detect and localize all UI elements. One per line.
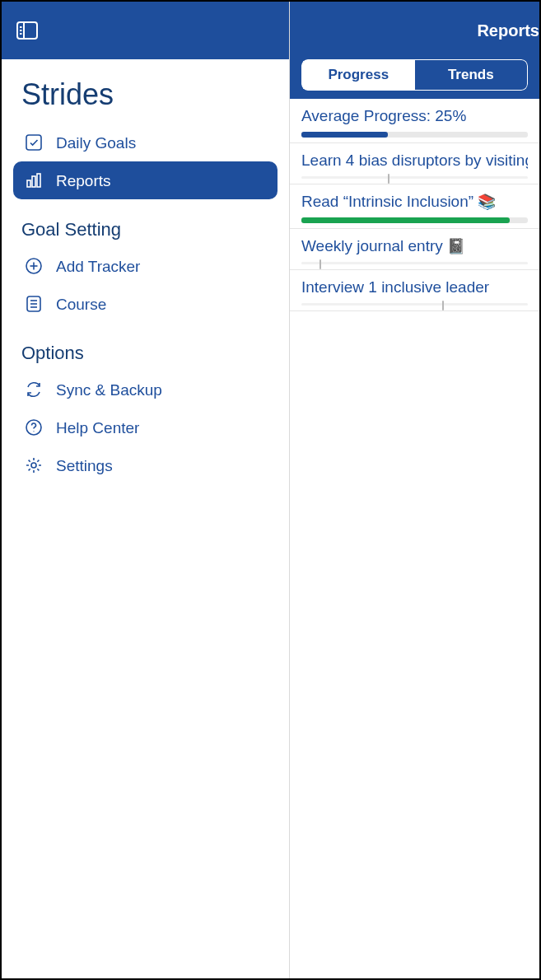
tab-bar: Progress Trends: [290, 59, 539, 99]
summary-row[interactable]: Average Progress: 25%: [290, 99, 539, 143]
bar-chart-icon: [25, 171, 43, 189]
main-header: Reports: [290, 2, 539, 59]
goal-progress-bar: [301, 262, 528, 264]
tab-label: Trends: [448, 67, 494, 82]
summary-progress-fill: [301, 132, 388, 138]
nav-label: Help Center: [56, 420, 139, 436]
goal-row[interactable]: Interview 1 inclusive leader: [290, 270, 539, 311]
plus-circle-icon: [25, 257, 43, 275]
goal-progress-marker: [442, 301, 444, 310]
goal-progress-bar: [301, 303, 528, 306]
goal-row[interactable]: Weekly journal entry 📓: [290, 229, 539, 270]
svg-rect-5: [26, 135, 41, 150]
tab-label: Progress: [328, 67, 389, 82]
books-icon: 📚: [478, 194, 496, 210]
svg-rect-7: [32, 176, 35, 187]
sidebar-item-course[interactable]: Course: [13, 285, 277, 323]
nav-label: Reports: [56, 173, 111, 189]
nav-label: Daily Goals: [56, 135, 136, 151]
goal-progress-bar: [301, 176, 528, 179]
tab-trends[interactable]: Trends: [415, 59, 529, 91]
list-doc-icon: [25, 295, 43, 313]
sidebar-item-settings[interactable]: Settings: [13, 446, 277, 484]
svg-point-18: [31, 463, 36, 468]
goal-title: Weekly journal entry 📓: [301, 237, 528, 255]
goal-progress-bar: [301, 217, 528, 223]
nav-label: Course: [56, 296, 106, 312]
sync-icon: [25, 380, 43, 399]
app-title: Strides: [2, 59, 289, 124]
section-header-options: Options: [2, 323, 289, 371]
svg-rect-6: [27, 180, 30, 187]
check-square-icon: [25, 133, 43, 152]
tab-progress[interactable]: Progress: [301, 59, 415, 91]
content: Average Progress: 25% Learn 4 bias disru…: [290, 99, 539, 978]
sidebar-header: [2, 2, 289, 59]
goal-row[interactable]: Learn 4 bias disruptors by visiting: [290, 143, 539, 184]
section-header-goal-setting: Goal Setting: [2, 199, 289, 247]
sidebar-item-add-tracker[interactable]: Add Tracker: [13, 247, 277, 285]
goal-title: Interview 1 inclusive leader: [301, 278, 528, 296]
summary-progress-bar: [301, 132, 528, 138]
sidebar-item-help-center[interactable]: Help Center: [13, 408, 277, 446]
goal-progress-fill: [301, 217, 510, 223]
svg-point-17: [33, 431, 34, 432]
page-title: Reports: [477, 21, 539, 40]
sidebar-item-daily-goals[interactable]: Daily Goals: [13, 124, 277, 161]
nav-main: Daily Goals Reports: [2, 124, 289, 199]
gear-icon: [25, 456, 43, 474]
goal-progress-marker: [319, 259, 321, 269]
notebook-icon: 📓: [447, 238, 465, 254]
nav-goal-setting: Add Tracker Course: [2, 247, 289, 323]
nav-label: Sync & Backup: [56, 382, 162, 398]
goal-title: Read “Intrinsic Inclusion” 📚: [301, 193, 528, 211]
goal-title: Learn 4 bias disruptors by visiting: [301, 152, 528, 170]
sidebar-item-reports[interactable]: Reports: [13, 161, 277, 199]
goal-progress-marker: [388, 174, 389, 184]
nav-label: Settings: [56, 458, 113, 474]
summary-label: Average Progress: 25%: [301, 107, 528, 125]
svg-rect-8: [37, 174, 40, 187]
main: Reports Progress Trends Average Progress…: [290, 2, 539, 978]
sidebar-item-sync-backup[interactable]: Sync & Backup: [13, 371, 277, 408]
panel-toggle-icon[interactable]: [16, 21, 38, 40]
nav-label: Add Tracker: [56, 259, 140, 274]
sidebar: Strides Daily Goals Reports Goal Settin: [2, 2, 290, 978]
segmented-control: Progress Trends: [301, 59, 528, 91]
help-circle-icon: [25, 418, 43, 436]
goal-row[interactable]: Read “Intrinsic Inclusion” 📚: [290, 184, 539, 229]
nav-options: Sync & Backup Help Center Settings: [2, 371, 289, 484]
